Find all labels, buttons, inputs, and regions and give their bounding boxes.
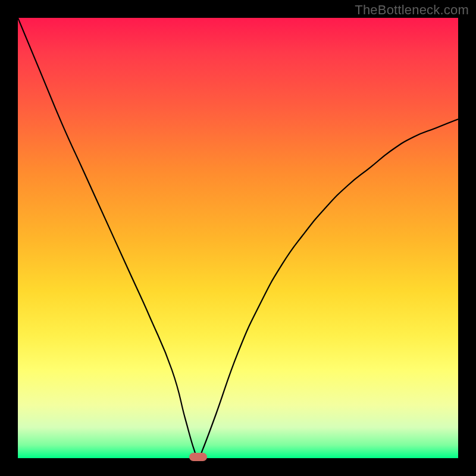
bottleneck-curve — [18, 18, 458, 458]
watermark-text: TheBottleneck.com — [355, 2, 469, 18]
chart-frame: TheBottleneck.com — [0, 0, 476, 476]
optimum-marker — [189, 453, 207, 461]
plot-area — [18, 18, 458, 458]
curve-path — [18, 18, 458, 458]
